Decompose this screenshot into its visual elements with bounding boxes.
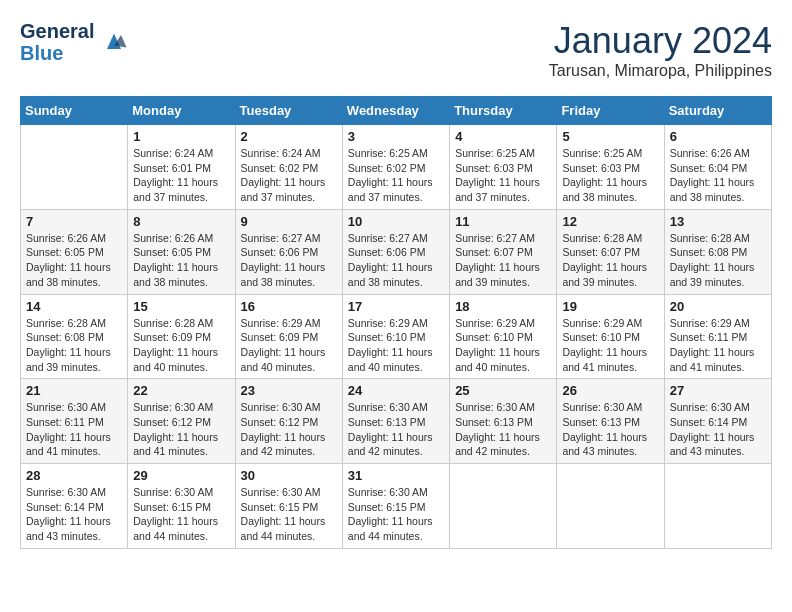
day-info: Sunrise: 6:29 AMSunset: 6:10 PMDaylight:… [348,316,444,375]
calendar-cell: 21Sunrise: 6:30 AMSunset: 6:11 PMDayligh… [21,379,128,464]
calendar-cell: 27Sunrise: 6:30 AMSunset: 6:14 PMDayligh… [664,379,771,464]
page-header: General Blue January 2024 Tarusan, Mimar… [20,20,772,80]
week-row-1: 1Sunrise: 6:24 AMSunset: 6:01 PMDaylight… [21,125,772,210]
calendar-cell: 11Sunrise: 6:27 AMSunset: 6:07 PMDayligh… [450,209,557,294]
day-number: 27 [670,383,766,398]
calendar-cell: 28Sunrise: 6:30 AMSunset: 6:14 PMDayligh… [21,464,128,549]
day-info: Sunrise: 6:28 AMSunset: 6:09 PMDaylight:… [133,316,229,375]
calendar-cell: 9Sunrise: 6:27 AMSunset: 6:06 PMDaylight… [235,209,342,294]
calendar-cell: 15Sunrise: 6:28 AMSunset: 6:09 PMDayligh… [128,294,235,379]
day-info: Sunrise: 6:25 AMSunset: 6:03 PMDaylight:… [562,146,658,205]
calendar-cell: 30Sunrise: 6:30 AMSunset: 6:15 PMDayligh… [235,464,342,549]
month-title: January 2024 [549,20,772,62]
day-number: 18 [455,299,551,314]
day-number: 9 [241,214,337,229]
header-day-wednesday: Wednesday [342,97,449,125]
calendar-cell: 13Sunrise: 6:28 AMSunset: 6:08 PMDayligh… [664,209,771,294]
day-info: Sunrise: 6:30 AMSunset: 6:12 PMDaylight:… [241,400,337,459]
day-info: Sunrise: 6:26 AMSunset: 6:05 PMDaylight:… [26,231,122,290]
week-row-3: 14Sunrise: 6:28 AMSunset: 6:08 PMDayligh… [21,294,772,379]
calendar-cell: 17Sunrise: 6:29 AMSunset: 6:10 PMDayligh… [342,294,449,379]
day-info: Sunrise: 6:30 AMSunset: 6:13 PMDaylight:… [348,400,444,459]
calendar-cell: 6Sunrise: 6:26 AMSunset: 6:04 PMDaylight… [664,125,771,210]
day-info: Sunrise: 6:27 AMSunset: 6:06 PMDaylight:… [348,231,444,290]
day-number: 20 [670,299,766,314]
day-number: 12 [562,214,658,229]
calendar-cell: 26Sunrise: 6:30 AMSunset: 6:13 PMDayligh… [557,379,664,464]
calendar-body: 1Sunrise: 6:24 AMSunset: 6:01 PMDaylight… [21,125,772,549]
calendar-cell: 24Sunrise: 6:30 AMSunset: 6:13 PMDayligh… [342,379,449,464]
day-info: Sunrise: 6:30 AMSunset: 6:14 PMDaylight:… [26,485,122,544]
day-number: 15 [133,299,229,314]
calendar-cell: 7Sunrise: 6:26 AMSunset: 6:05 PMDaylight… [21,209,128,294]
day-info: Sunrise: 6:29 AMSunset: 6:10 PMDaylight:… [455,316,551,375]
calendar-cell: 8Sunrise: 6:26 AMSunset: 6:05 PMDaylight… [128,209,235,294]
calendar-cell: 22Sunrise: 6:30 AMSunset: 6:12 PMDayligh… [128,379,235,464]
day-info: Sunrise: 6:24 AMSunset: 6:02 PMDaylight:… [241,146,337,205]
calendar-cell [557,464,664,549]
day-number: 29 [133,468,229,483]
logo-icon [100,28,128,56]
day-number: 4 [455,129,551,144]
day-info: Sunrise: 6:28 AMSunset: 6:08 PMDaylight:… [670,231,766,290]
header-day-friday: Friday [557,97,664,125]
day-number: 17 [348,299,444,314]
day-number: 22 [133,383,229,398]
day-info: Sunrise: 6:27 AMSunset: 6:07 PMDaylight:… [455,231,551,290]
day-info: Sunrise: 6:28 AMSunset: 6:07 PMDaylight:… [562,231,658,290]
calendar-cell: 20Sunrise: 6:29 AMSunset: 6:11 PMDayligh… [664,294,771,379]
calendar-cell: 31Sunrise: 6:30 AMSunset: 6:15 PMDayligh… [342,464,449,549]
day-info: Sunrise: 6:30 AMSunset: 6:13 PMDaylight:… [455,400,551,459]
day-number: 25 [455,383,551,398]
header-row: SundayMondayTuesdayWednesdayThursdayFrid… [21,97,772,125]
day-number: 3 [348,129,444,144]
week-row-2: 7Sunrise: 6:26 AMSunset: 6:05 PMDaylight… [21,209,772,294]
day-number: 8 [133,214,229,229]
day-info: Sunrise: 6:30 AMSunset: 6:15 PMDaylight:… [241,485,337,544]
day-info: Sunrise: 6:29 AMSunset: 6:10 PMDaylight:… [562,316,658,375]
day-number: 11 [455,214,551,229]
header-day-tuesday: Tuesday [235,97,342,125]
day-number: 28 [26,468,122,483]
header-day-saturday: Saturday [664,97,771,125]
calendar-cell: 16Sunrise: 6:29 AMSunset: 6:09 PMDayligh… [235,294,342,379]
day-info: Sunrise: 6:29 AMSunset: 6:11 PMDaylight:… [670,316,766,375]
day-number: 5 [562,129,658,144]
day-number: 6 [670,129,766,144]
day-number: 26 [562,383,658,398]
title-area: January 2024 Tarusan, Mimaropa, Philippi… [549,20,772,80]
day-info: Sunrise: 6:26 AMSunset: 6:04 PMDaylight:… [670,146,766,205]
day-info: Sunrise: 6:24 AMSunset: 6:01 PMDaylight:… [133,146,229,205]
day-number: 16 [241,299,337,314]
day-number: 7 [26,214,122,229]
calendar-cell: 23Sunrise: 6:30 AMSunset: 6:12 PMDayligh… [235,379,342,464]
week-row-5: 28Sunrise: 6:30 AMSunset: 6:14 PMDayligh… [21,464,772,549]
logo-general: General [20,20,94,42]
day-number: 21 [26,383,122,398]
day-number: 19 [562,299,658,314]
day-info: Sunrise: 6:28 AMSunset: 6:08 PMDaylight:… [26,316,122,375]
day-number: 23 [241,383,337,398]
calendar-cell: 14Sunrise: 6:28 AMSunset: 6:08 PMDayligh… [21,294,128,379]
day-info: Sunrise: 6:30 AMSunset: 6:11 PMDaylight:… [26,400,122,459]
logo: General Blue [20,20,128,64]
calendar-cell: 29Sunrise: 6:30 AMSunset: 6:15 PMDayligh… [128,464,235,549]
day-info: Sunrise: 6:25 AMSunset: 6:03 PMDaylight:… [455,146,551,205]
header-day-thursday: Thursday [450,97,557,125]
header-day-sunday: Sunday [21,97,128,125]
day-info: Sunrise: 6:30 AMSunset: 6:12 PMDaylight:… [133,400,229,459]
calendar-cell: 3Sunrise: 6:25 AMSunset: 6:02 PMDaylight… [342,125,449,210]
day-info: Sunrise: 6:30 AMSunset: 6:13 PMDaylight:… [562,400,658,459]
calendar-table: SundayMondayTuesdayWednesdayThursdayFrid… [20,96,772,549]
calendar-cell: 25Sunrise: 6:30 AMSunset: 6:13 PMDayligh… [450,379,557,464]
calendar-cell: 12Sunrise: 6:28 AMSunset: 6:07 PMDayligh… [557,209,664,294]
calendar-cell: 18Sunrise: 6:29 AMSunset: 6:10 PMDayligh… [450,294,557,379]
day-info: Sunrise: 6:25 AMSunset: 6:02 PMDaylight:… [348,146,444,205]
day-info: Sunrise: 6:29 AMSunset: 6:09 PMDaylight:… [241,316,337,375]
calendar-cell [664,464,771,549]
day-info: Sunrise: 6:30 AMSunset: 6:14 PMDaylight:… [670,400,766,459]
calendar-cell [21,125,128,210]
day-number: 13 [670,214,766,229]
day-number: 2 [241,129,337,144]
day-info: Sunrise: 6:26 AMSunset: 6:05 PMDaylight:… [133,231,229,290]
